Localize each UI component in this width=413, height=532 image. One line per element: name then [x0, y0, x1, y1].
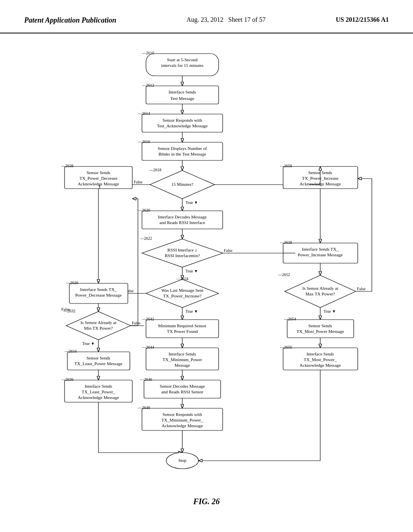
sheet-info: Sheet 17 of 57	[228, 16, 266, 23]
svg-text:Power_Decrease Message: Power_Decrease Message	[75, 293, 121, 297]
svg-text:Sensor Displays Number of: Sensor Displays Number of	[158, 146, 207, 151]
svg-text:Message: Message	[175, 363, 190, 368]
svg-text:―2654: ―2654	[284, 317, 296, 321]
svg-text:False: False	[134, 180, 143, 184]
svg-text:Sensor Sends: Sensor Sends	[87, 170, 111, 175]
svg-text:Sensor Responds with: Sensor Responds with	[163, 118, 202, 123]
svg-text:―2648: ―2648	[138, 405, 150, 410]
svg-text:Acknowledge Message: Acknowledge Message	[78, 395, 119, 400]
svg-text:TX Power Found: TX Power Found	[167, 329, 198, 334]
svg-text:Is Sensor Already at: Is Sensor Already at	[302, 286, 338, 291]
svg-text:―2636: ―2636	[61, 377, 73, 382]
svg-text:Power_Increase Message: Power_Increase Message	[298, 252, 343, 257]
svg-text:Interface Sends: Interface Sends	[307, 351, 334, 356]
svg-text:Acknowledge Message: Acknowledge Message	[78, 181, 119, 186]
svg-text:TX_Most_Power Message: TX_Most_Power Message	[296, 329, 344, 334]
svg-text:Sensor Sends: Sensor Sends	[309, 323, 332, 328]
svg-text:False: False	[224, 248, 233, 253]
svg-text:Min TX Power?: Min TX Power?	[84, 326, 113, 330]
svg-text:―2646: ―2646	[140, 377, 152, 382]
svg-text:―2628: ―2628	[280, 240, 292, 245]
svg-text:15 Minutes?: 15 Minutes?	[171, 182, 194, 187]
svg-text:Acknowledge Message: Acknowledge Message	[300, 363, 341, 368]
svg-text:Interface Sends TX_: Interface Sends TX_	[302, 247, 339, 251]
svg-text:―2638: ―2638	[61, 164, 73, 168]
svg-text:TX_Power_Increase?: TX_Power_Increase?	[163, 293, 201, 298]
publication-title: Patent Application Publication	[24, 16, 116, 25]
svg-text:Was Last Message Sent: Was Last Message Sent	[161, 288, 203, 293]
page: Patent Application Publication Aug. 23, …	[0, 0, 413, 532]
svg-text:intervals for 15 minutes: intervals for 15 minutes	[161, 63, 204, 68]
svg-text:Test Message: Test Message	[170, 96, 194, 101]
svg-text:―2652: ―2652	[277, 272, 290, 277]
svg-text:TX_Least_Power Message: TX_Least_Power Message	[75, 361, 123, 366]
svg-text:Acknowledge Message: Acknowledge Message	[162, 423, 203, 428]
svg-text:Sensor Responds with: Sensor Responds with	[163, 412, 202, 417]
svg-text:―2624: ―2624	[176, 276, 188, 281]
svg-text:―2622: ―2622	[140, 236, 152, 241]
svg-text:―2644: ―2644	[142, 345, 154, 349]
svg-text:RSSI Interface ≥: RSSI Interface ≥	[167, 247, 197, 252]
page-header: Patent Application Publication Aug. 23, …	[0, 0, 413, 33]
svg-text:―2632: ―2632	[63, 309, 75, 313]
svg-text:True ▼: True ▼	[186, 309, 198, 314]
svg-text:True ▼: True ▼	[186, 200, 198, 205]
svg-text:TX_Least_Power_: TX_Least_Power_	[81, 389, 115, 394]
svg-text:Blinks in the Test Message: Blinks in the Test Message	[159, 152, 206, 156]
svg-text:Start at 5-Second: Start at 5-Second	[167, 57, 198, 62]
svg-text:Stop: Stop	[178, 458, 187, 463]
svg-text:Max TX Power?: Max TX Power?	[305, 291, 335, 296]
svg-text:―2612: ―2612	[142, 83, 154, 87]
publication-meta: Aug. 23, 2012 Sheet 17 of 57	[186, 16, 265, 23]
svg-text:Test_Acknowledge Message: Test_Acknowledge Message	[157, 123, 208, 128]
svg-text:Interface Sends: Interface Sends	[85, 384, 112, 389]
svg-text:Sensor Decodes Message: Sensor Decodes Message	[160, 384, 205, 389]
svg-text:―2616: ―2616	[138, 139, 150, 144]
svg-text:―2656: ―2656	[280, 345, 292, 349]
svg-text:and Reads RSSI Interface: and Reads RSSI Interface	[159, 220, 205, 225]
flowchart-svg: text { font-family: 'Times New Roman', T…	[21, 46, 392, 489]
svg-text:RSSI Interfacemin?: RSSI Interfacemin?	[165, 253, 200, 258]
svg-text:TX_Minimum_Power_: TX_Minimum_Power_	[161, 418, 203, 422]
svg-text:False: False	[357, 287, 366, 291]
diagram-area: text { font-family: 'Times New Roman', T…	[0, 46, 413, 489]
svg-text:Is Sensor Already at: Is Sensor Already at	[81, 320, 117, 325]
svg-text:TX_Power_Decrease: TX_Power_Decrease	[79, 176, 117, 181]
publication-date: Aug. 23, 2012	[186, 16, 223, 23]
svg-text:―2642: ―2642	[142, 317, 154, 321]
svg-text:False: False	[132, 321, 141, 325]
svg-text:―2614: ―2614	[138, 111, 150, 116]
svg-text:Sensor Sends: Sensor Sends	[87, 355, 111, 360]
figure-label: FIG. 26	[0, 497, 413, 518]
publication-number: US 2012/215366 A1	[336, 16, 389, 23]
svg-text:―2610: ―2610	[142, 51, 154, 55]
svg-text:Interface Decodes Message: Interface Decodes Message	[158, 214, 207, 219]
svg-text:Minimum Required Sensor: Minimum Required Sensor	[158, 323, 206, 328]
svg-text:True ▼: True ▼	[186, 269, 198, 273]
svg-text:Interface Sends: Interface Sends	[169, 89, 196, 94]
svg-text:and Reads RSSI Sensor: and Reads RSSI Sensor	[161, 389, 204, 394]
svg-text:―2658: ―2658	[280, 164, 292, 168]
svg-text:―2620: ―2620	[138, 208, 150, 212]
svg-rect-6	[146, 86, 219, 104]
svg-text:Interface Sends TX_: Interface Sends TX_	[80, 287, 117, 292]
svg-text:True ▼: True ▼	[323, 309, 336, 314]
svg-text:TX_Minimum_Power: TX_Minimum_Power	[163, 357, 202, 362]
svg-text:True ▼: True ▼	[82, 341, 95, 346]
svg-text:Interface Sends: Interface Sends	[169, 351, 196, 356]
svg-text:―2618: ―2618	[149, 168, 161, 172]
svg-text:―2626: ―2626	[66, 281, 78, 285]
svg-text:―2634: ―2634	[64, 349, 77, 353]
svg-text:TX_Most_Power_: TX_Most_Power_	[304, 357, 337, 362]
